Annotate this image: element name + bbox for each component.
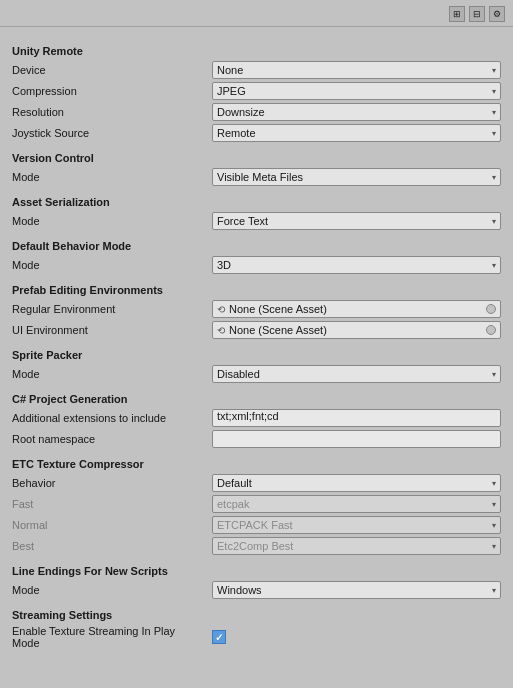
field-control: Default▾ — [212, 474, 501, 492]
field-row: BehaviorDefault▾ — [12, 474, 501, 492]
scene-asset-value: None (Scene Asset) — [229, 324, 327, 336]
field-row: Enable Texture Streaming In Play Mode✓ — [12, 625, 501, 649]
field-row: Regular Environment⟲None (Scene Asset) — [12, 300, 501, 318]
field-label: Behavior — [12, 477, 212, 489]
field-row: Joystick SourceRemote▾ — [12, 124, 501, 142]
field-label: UI Environment — [12, 324, 212, 336]
field-row: ModeForce Text▾ — [12, 212, 501, 230]
select-value: Windows — [217, 584, 262, 596]
field-row: NormalETCPACK Fast▾ — [12, 516, 501, 534]
field-label: Enable Texture Streaming In Play Mode — [12, 625, 212, 649]
select-arrow-icon: ▾ — [492, 500, 496, 509]
checkbox-control[interactable]: ✓ — [212, 630, 226, 644]
select-control[interactable]: Disabled▾ — [212, 365, 501, 383]
field-row: ModeDisabled▾ — [12, 365, 501, 383]
field-row: BestEtc2Comp Best▾ — [12, 537, 501, 555]
select-value: 3D — [217, 259, 231, 271]
section-header-streaming-settings: Streaming Settings — [12, 609, 501, 621]
select-control[interactable]: Visible Meta Files▾ — [212, 168, 501, 186]
section-header-default-behavior: Default Behavior Mode — [12, 240, 501, 252]
text-input[interactable] — [212, 430, 501, 448]
select-value: Disabled — [217, 368, 260, 380]
scene-asset-picker-icon[interactable] — [486, 304, 496, 314]
select-control[interactable]: Etc2Comp Best▾ — [212, 537, 501, 555]
field-control: JPEG▾ — [212, 82, 501, 100]
field-label: Regular Environment — [12, 303, 212, 315]
field-label: Mode — [12, 584, 212, 596]
select-control[interactable]: ETCPACK Fast▾ — [212, 516, 501, 534]
section-header-unity-remote: Unity Remote — [12, 45, 501, 57]
select-control[interactable]: 3D▾ — [212, 256, 501, 274]
field-row: CompressionJPEG▾ — [12, 82, 501, 100]
select-arrow-icon: ▾ — [492, 586, 496, 595]
section-header-asset-serialization: Asset Serialization — [12, 196, 501, 208]
select-value: ETCPACK Fast — [217, 519, 293, 531]
section-header-version-control: Version Control — [12, 152, 501, 164]
field-control: ETCPACK Fast▾ — [212, 516, 501, 534]
editor-content: Unity RemoteDeviceNone▾CompressionJPEG▾R… — [0, 27, 513, 688]
field-control: Visible Meta Files▾ — [212, 168, 501, 186]
select-value: Etc2Comp Best — [217, 540, 293, 552]
select-arrow-icon: ▾ — [492, 108, 496, 117]
field-control: etcpak▾ — [212, 495, 501, 513]
scene-asset-value: None (Scene Asset) — [229, 303, 327, 315]
field-control: ⟲None (Scene Asset) — [212, 300, 501, 318]
select-control[interactable]: None▾ — [212, 61, 501, 79]
select-arrow-icon: ▾ — [492, 479, 496, 488]
select-value: etcpak — [217, 498, 249, 510]
field-label: Mode — [12, 259, 212, 271]
field-label: Additional extensions to include — [12, 412, 212, 424]
field-control: Downsize▾ — [212, 103, 501, 121]
select-arrow-icon: ▾ — [492, 370, 496, 379]
section-header-prefab-editing: Prefab Editing Environments — [12, 284, 501, 296]
field-label: Mode — [12, 368, 212, 380]
field-label: Compression — [12, 85, 212, 97]
icon-layout[interactable]: ⊞ — [449, 6, 465, 22]
field-control: None▾ — [212, 61, 501, 79]
select-control[interactable]: Remote▾ — [212, 124, 501, 142]
select-value: None — [217, 64, 243, 76]
select-control[interactable]: Windows▾ — [212, 581, 501, 599]
select-arrow-icon: ▾ — [492, 261, 496, 270]
icon-settings[interactable]: ⚙ — [489, 6, 505, 22]
select-value: Visible Meta Files — [217, 171, 303, 183]
field-row: Root namespace — [12, 430, 501, 448]
select-arrow-icon: ▾ — [492, 87, 496, 96]
select-control[interactable]: Downsize▾ — [212, 103, 501, 121]
select-arrow-icon: ▾ — [492, 66, 496, 75]
text-input[interactable]: txt;xml;fnt;cd — [212, 409, 501, 427]
scene-icon: ⟲ — [217, 325, 225, 336]
scene-icon: ⟲ — [217, 304, 225, 315]
section-header-csharp-project: C# Project Generation — [12, 393, 501, 405]
select-value: Remote — [217, 127, 256, 139]
select-value: Force Text — [217, 215, 268, 227]
select-control[interactable]: Force Text▾ — [212, 212, 501, 230]
scene-asset-control[interactable]: ⟲None (Scene Asset) — [212, 300, 501, 318]
scene-asset-picker-icon[interactable] — [486, 325, 496, 335]
field-label: Fast — [12, 498, 212, 510]
select-arrow-icon: ▾ — [492, 129, 496, 138]
select-control[interactable]: JPEG▾ — [212, 82, 501, 100]
section-header-sprite-packer: Sprite Packer — [12, 349, 501, 361]
field-row: ModeWindows▾ — [12, 581, 501, 599]
select-control[interactable]: Default▾ — [212, 474, 501, 492]
field-row: Mode3D▾ — [12, 256, 501, 274]
field-label: Resolution — [12, 106, 212, 118]
title-bar-icons: ⊞ ⊟ ⚙ — [449, 6, 505, 22]
field-control: Windows▾ — [212, 581, 501, 599]
select-control[interactable]: etcpak▾ — [212, 495, 501, 513]
field-label: Normal — [12, 519, 212, 531]
field-control: Remote▾ — [212, 124, 501, 142]
select-arrow-icon: ▾ — [492, 217, 496, 226]
scene-asset-control[interactable]: ⟲None (Scene Asset) — [212, 321, 501, 339]
field-label: Best — [12, 540, 212, 552]
field-row: DeviceNone▾ — [12, 61, 501, 79]
field-control: 3D▾ — [212, 256, 501, 274]
field-row: Fastetcpak▾ — [12, 495, 501, 513]
select-value: Downsize — [217, 106, 265, 118]
editor-window: ⊞ ⊟ ⚙ Unity RemoteDeviceNone▾Compression… — [0, 0, 513, 688]
checkbox-check-icon: ✓ — [215, 632, 223, 643]
icon-split[interactable]: ⊟ — [469, 6, 485, 22]
select-arrow-icon: ▾ — [492, 521, 496, 530]
field-control: txt;xml;fnt;cd — [212, 409, 501, 427]
